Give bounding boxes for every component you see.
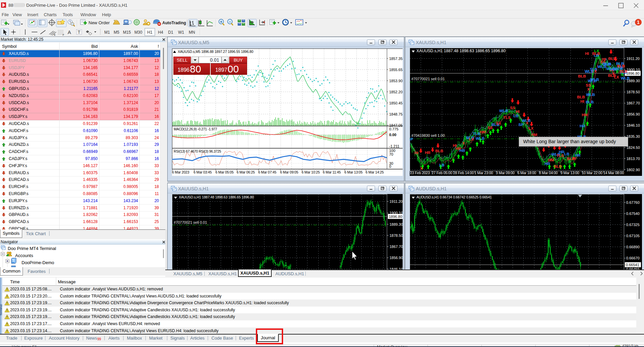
svg-text:HM: HM [548, 158, 554, 162]
svg-text:3 Mar 09:00: 3 Mar 09:00 [496, 171, 515, 175]
svg-text:6 Mar 07:45: 6 Mar 07:45 [258, 170, 276, 174]
svg-text:XAUUSD.s,H1 1887.48 1898.63 1: XAUUSD.s,H1 1887.48 1898.63 1886.65 1896… [179, 195, 254, 199]
svg-text:1856.90: 1856.90 [626, 112, 640, 116]
svg-text:LB: LB [439, 163, 444, 167]
svg-text:1889.30: 1889.30 [389, 222, 403, 226]
svg-text:1896.80: 1896.80 [389, 215, 402, 219]
svg-text:AUDUSD.s,H1 0.66734 0.66742 0: AUDUSD.s,H1 0.66734 0.66742 0.66525 0.66… [416, 195, 492, 199]
svg-text:M30: M30 [134, 30, 142, 35]
svg-text:1855.65: 1855.65 [389, 68, 403, 72]
svg-text:New Order: New Order [89, 20, 110, 25]
svg-text:70: 70 [389, 152, 393, 156]
svg-text:H1: H1 [147, 30, 152, 35]
svg-text:1853.90: 1853.90 [389, 79, 403, 83]
svg-text:8 Mar 04:00: 8 Mar 04:00 [539, 171, 558, 175]
svg-text:1878.50: 1878.50 [626, 90, 640, 94]
svg-text:23 Feb 2023: 23 Feb 2023 [410, 171, 430, 175]
svg-text:X: X [420, 166, 423, 170]
svg-text:BLB: BLB [608, 57, 616, 61]
svg-text:BLB: BLB [554, 164, 562, 168]
svg-text:1802.90: 1802.90 [626, 168, 640, 172]
svg-text:SS: SS [586, 83, 591, 87]
svg-text:27 Feb 05:00: 27 Feb 05:00 [432, 171, 452, 175]
svg-text:#70770021 sell 0.01: #70770021 sell 0.01 [174, 220, 207, 224]
svg-text:BLB: BLB [577, 95, 585, 99]
svg-text:0.67325: 0.67325 [626, 223, 640, 227]
svg-text:0.00: 0.00 [389, 133, 396, 137]
svg-text:1878.50: 1878.50 [389, 233, 403, 238]
svg-text:SX: SX [496, 121, 501, 125]
svg-text:1867.70: 1867.70 [626, 101, 640, 105]
svg-text:+: + [220, 20, 222, 24]
svg-text:HR: HR [580, 124, 585, 128]
svg-text:M15: M15 [123, 30, 131, 35]
svg-text:14 Mar 08:00: 14 Mar 08:00 [603, 171, 624, 175]
svg-text:WLB: WLB [586, 93, 595, 97]
svg-text:HI: HI [516, 109, 520, 114]
svg-text:0.66670: 0.66670 [626, 256, 640, 260]
svg-text:0.66541: 0.66541 [626, 263, 639, 267]
svg-text:1848.75: 1848.75 [389, 112, 403, 116]
svg-text:LB: LB [513, 114, 518, 118]
svg-text:1847.05: 1847.05 [389, 123, 403, 127]
svg-text:6 Mar 06:25: 6 Mar 06:25 [237, 170, 255, 174]
svg-text:HM: HM [582, 113, 588, 117]
svg-text:0: 0 [389, 164, 391, 168]
svg-text:HR: HR [460, 149, 465, 153]
svg-text:W1: W1 [178, 30, 184, 35]
svg-text:1846.10: 1846.10 [389, 267, 403, 270]
svg-text:RSI(13) 67.4670 RSI(3) 96.372: RSI(13) 67.4670 RSI(3) 96.3725 [174, 150, 221, 153]
svg-text:SP: SP [410, 137, 413, 141]
svg-text:WLB: WLB [476, 136, 484, 140]
svg-text:SP: SP [518, 123, 524, 127]
svg-text:6 Mar 11:45: 6 Mar 11:45 [323, 170, 341, 174]
svg-text:X: X [587, 87, 590, 91]
svg-text:6 Mar 13:05: 6 Mar 13:05 [344, 170, 363, 174]
svg-text:LB: LB [564, 152, 569, 156]
svg-text:BLB: BLB [617, 64, 625, 68]
svg-text:E: E [54, 33, 56, 36]
svg-text:BLB: BLB [435, 149, 443, 153]
svg-text:0.775: 0.775 [389, 127, 399, 131]
svg-text:XAUUSD.s,H1 1887.48 1898.63 1: XAUUSD.s,H1 1887.48 1898.63 1886.65 1896… [416, 49, 506, 53]
svg-text:1852.20: 1852.20 [389, 90, 403, 94]
svg-text:0.67760: 0.67760 [626, 200, 640, 204]
svg-text:28 Feb 14:00: 28 Feb 14:00 [453, 171, 474, 175]
svg-text:0.66890: 0.66890 [626, 245, 640, 249]
svg-text:TLS: TLS [503, 116, 511, 120]
svg-text:A: A [68, 29, 71, 35]
svg-text:0.67540: 0.67540 [626, 212, 640, 216]
svg-text:TLB: TLB [473, 132, 480, 136]
svg-text:H4: H4 [158, 30, 163, 35]
svg-text:WLB: WLB [585, 69, 594, 73]
svg-text:1867.70: 1867.70 [389, 245, 403, 249]
svg-text:#70419830 sell 1.00: #70419830 sell 1.00 [411, 133, 445, 137]
svg-text:-1.211: -1.211 [389, 144, 399, 148]
svg-text:6 Mar 14:25: 6 Mar 14:25 [366, 170, 384, 174]
svg-text:HM: HM [480, 130, 486, 134]
svg-text:HR: HR [545, 162, 550, 166]
svg-text:AutoTrading: AutoTrading [162, 21, 186, 25]
svg-text:T: T [78, 30, 80, 35]
svg-text:M5: M5 [114, 30, 120, 35]
svg-text:9 Mar 13:00: 9 Mar 13:00 [561, 171, 579, 175]
svg-text:1813.70: 1813.70 [626, 157, 640, 161]
svg-text:M1: M1 [104, 30, 110, 35]
svg-text:1824.50: 1824.50 [626, 146, 640, 150]
svg-text:1911.20: 1911.20 [389, 199, 403, 203]
svg-text:10 Mar 22:00: 10 Mar 22:00 [582, 171, 602, 175]
svg-text:BLB: BLB [619, 69, 628, 73]
svg-text:6 Mar 03:45: 6 Mar 03:45 [194, 170, 212, 174]
svg-text:HR: HR [559, 150, 565, 154]
svg-text:1850.45: 1850.45 [389, 101, 403, 105]
svg-text:TLS: TLS [556, 154, 564, 158]
svg-text:6 Mar 10:25: 6 Mar 10:25 [302, 170, 320, 174]
svg-text:LX: LX [469, 137, 474, 141]
svg-text:6 Mar 05:05: 6 Mar 05:05 [215, 170, 234, 174]
svg-text:WLB: WLB [621, 76, 630, 80]
svg-text:1856.90: 1856.90 [389, 256, 403, 260]
svg-text:BLB: BLB [578, 74, 586, 78]
svg-text:6 Mar 09:05: 6 Mar 09:05 [280, 170, 298, 174]
svg-text:X: X [462, 141, 465, 145]
svg-text:WLB: WLB [598, 65, 606, 69]
